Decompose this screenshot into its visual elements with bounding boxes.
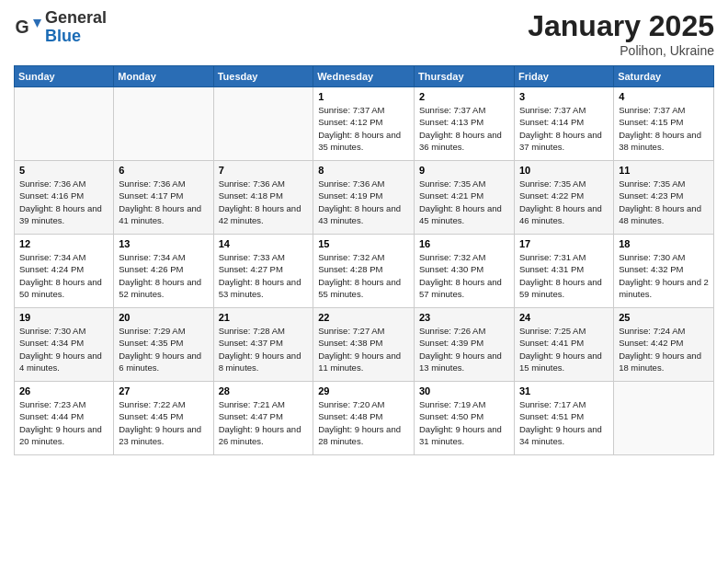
weekday-saturday: Saturday	[614, 66, 714, 87]
day-number: 22	[318, 312, 409, 323]
day-info: Sunrise: 7:35 AM Sunset: 4:22 PM Dayligh…	[519, 178, 609, 226]
calendar-cell: 19Sunrise: 7:30 AM Sunset: 4:34 PM Dayli…	[15, 308, 114, 382]
day-number: 25	[619, 312, 709, 323]
day-number: 1	[318, 91, 409, 102]
day-info: Sunrise: 7:20 AM Sunset: 4:48 PM Dayligh…	[318, 398, 409, 447]
day-number: 11	[619, 165, 709, 176]
calendar-cell: 17Sunrise: 7:31 AM Sunset: 4:31 PM Dayli…	[514, 235, 613, 308]
day-info: Sunrise: 7:21 AM Sunset: 4:47 PM Dayligh…	[219, 398, 309, 447]
day-info: Sunrise: 7:27 AM Sunset: 4:38 PM Dayligh…	[318, 325, 409, 373]
svg-marker-1	[33, 19, 41, 28]
calendar-cell	[213, 87, 313, 161]
weekday-wednesday: Wednesday	[313, 66, 415, 87]
day-info: Sunrise: 7:17 AM Sunset: 4:51 PM Dayligh…	[519, 398, 609, 447]
day-number: 19	[19, 312, 108, 323]
calendar-cell: 30Sunrise: 7:19 AM Sunset: 4:50 PM Dayli…	[415, 382, 515, 455]
day-number: 14	[219, 238, 309, 249]
day-info: Sunrise: 7:35 AM Sunset: 4:21 PM Dayligh…	[419, 178, 509, 226]
day-number: 17	[519, 238, 609, 249]
week-row-1: 1Sunrise: 7:37 AM Sunset: 4:12 PM Daylig…	[15, 87, 714, 161]
calendar-cell	[114, 87, 213, 161]
day-number: 6	[119, 165, 208, 176]
day-number: 4	[619, 91, 709, 102]
week-row-2: 5Sunrise: 7:36 AM Sunset: 4:16 PM Daylig…	[15, 161, 714, 235]
week-row-3: 12Sunrise: 7:34 AM Sunset: 4:24 PM Dayli…	[15, 235, 714, 308]
weekday-header-row: SundayMondayTuesdayWednesdayThursdayFrid…	[15, 66, 714, 87]
calendar-cell: 6Sunrise: 7:36 AM Sunset: 4:17 PM Daylig…	[114, 161, 213, 235]
calendar-cell: 29Sunrise: 7:20 AM Sunset: 4:48 PM Dayli…	[313, 382, 415, 455]
day-number: 27	[119, 385, 208, 396]
calendar-cell: 25Sunrise: 7:24 AM Sunset: 4:42 PM Dayli…	[614, 308, 714, 382]
day-info: Sunrise: 7:30 AM Sunset: 4:32 PM Dayligh…	[619, 251, 709, 300]
weekday-tuesday: Tuesday	[213, 66, 313, 87]
calendar-cell: 11Sunrise: 7:35 AM Sunset: 4:23 PM Dayli…	[614, 161, 714, 235]
location: Polihon, Ukraine	[528, 43, 714, 58]
day-number: 5	[19, 165, 108, 176]
calendar-cell: 21Sunrise: 7:28 AM Sunset: 4:37 PM Dayli…	[213, 308, 313, 382]
day-number: 18	[619, 238, 709, 249]
day-info: Sunrise: 7:37 AM Sunset: 4:12 PM Dayligh…	[318, 104, 409, 153]
calendar-cell: 9Sunrise: 7:35 AM Sunset: 4:21 PM Daylig…	[415, 161, 515, 235]
calendar-cell	[15, 87, 114, 161]
week-row-5: 26Sunrise: 7:23 AM Sunset: 4:44 PM Dayli…	[15, 382, 714, 455]
day-info: Sunrise: 7:26 AM Sunset: 4:39 PM Dayligh…	[419, 325, 509, 373]
day-info: Sunrise: 7:19 AM Sunset: 4:50 PM Dayligh…	[419, 398, 509, 447]
day-number: 21	[219, 312, 309, 323]
day-info: Sunrise: 7:24 AM Sunset: 4:42 PM Dayligh…	[619, 325, 709, 373]
calendar-cell: 12Sunrise: 7:34 AM Sunset: 4:24 PM Dayli…	[15, 235, 114, 308]
day-number: 26	[19, 385, 108, 396]
day-info: Sunrise: 7:35 AM Sunset: 4:23 PM Dayligh…	[619, 178, 709, 226]
calendar: SundayMondayTuesdayWednesdayThursdayFrid…	[14, 65, 714, 455]
calendar-cell: 16Sunrise: 7:32 AM Sunset: 4:30 PM Dayli…	[415, 235, 515, 308]
day-number: 9	[419, 165, 509, 176]
day-number: 23	[419, 312, 509, 323]
calendar-cell: 4Sunrise: 7:37 AM Sunset: 4:15 PM Daylig…	[614, 87, 714, 161]
calendar-cell: 7Sunrise: 7:36 AM Sunset: 4:18 PM Daylig…	[213, 161, 313, 235]
weekday-friday: Friday	[514, 66, 613, 87]
day-info: Sunrise: 7:32 AM Sunset: 4:28 PM Dayligh…	[318, 251, 409, 300]
logo-general-text: General	[45, 9, 107, 28]
day-number: 7	[219, 165, 309, 176]
calendar-cell: 8Sunrise: 7:36 AM Sunset: 4:19 PM Daylig…	[313, 161, 415, 235]
day-info: Sunrise: 7:25 AM Sunset: 4:41 PM Dayligh…	[519, 325, 609, 373]
calendar-cell: 31Sunrise: 7:17 AM Sunset: 4:51 PM Dayli…	[514, 382, 613, 455]
weekday-thursday: Thursday	[415, 66, 515, 87]
day-info: Sunrise: 7:34 AM Sunset: 4:24 PM Dayligh…	[19, 251, 108, 300]
day-number: 16	[419, 238, 509, 249]
day-number: 8	[318, 165, 409, 176]
logo-blue-text: Blue	[45, 28, 107, 46]
calendar-body: 1Sunrise: 7:37 AM Sunset: 4:12 PM Daylig…	[15, 87, 714, 455]
day-info: Sunrise: 7:36 AM Sunset: 4:18 PM Dayligh…	[219, 178, 309, 226]
day-info: Sunrise: 7:36 AM Sunset: 4:17 PM Dayligh…	[119, 178, 208, 226]
day-number: 3	[519, 91, 609, 102]
day-info: Sunrise: 7:37 AM Sunset: 4:14 PM Dayligh…	[519, 104, 609, 153]
day-info: Sunrise: 7:29 AM Sunset: 4:35 PM Dayligh…	[119, 325, 208, 373]
day-info: Sunrise: 7:31 AM Sunset: 4:31 PM Dayligh…	[519, 251, 609, 300]
calendar-cell: 23Sunrise: 7:26 AM Sunset: 4:39 PM Dayli…	[415, 308, 515, 382]
day-number: 12	[19, 238, 108, 249]
day-number: 31	[519, 385, 609, 396]
day-info: Sunrise: 7:36 AM Sunset: 4:19 PM Dayligh…	[318, 178, 409, 226]
day-info: Sunrise: 7:36 AM Sunset: 4:16 PM Dayligh…	[19, 178, 108, 226]
title-block: January 2025 Polihon, Ukraine	[528, 9, 714, 58]
calendar-cell	[614, 382, 714, 455]
calendar-cell: 13Sunrise: 7:34 AM Sunset: 4:26 PM Dayli…	[114, 235, 213, 308]
day-number: 28	[219, 385, 309, 396]
calendar-cell: 3Sunrise: 7:37 AM Sunset: 4:14 PM Daylig…	[514, 87, 613, 161]
calendar-cell: 28Sunrise: 7:21 AM Sunset: 4:47 PM Dayli…	[213, 382, 313, 455]
calendar-cell: 14Sunrise: 7:33 AM Sunset: 4:27 PM Dayli…	[213, 235, 313, 308]
logo: G General Blue	[14, 9, 107, 46]
calendar-cell: 10Sunrise: 7:35 AM Sunset: 4:22 PM Dayli…	[514, 161, 613, 235]
svg-text:G: G	[16, 17, 29, 37]
calendar-header: SundayMondayTuesdayWednesdayThursdayFrid…	[15, 66, 714, 87]
day-info: Sunrise: 7:22 AM Sunset: 4:45 PM Dayligh…	[119, 398, 208, 447]
day-info: Sunrise: 7:37 AM Sunset: 4:13 PM Dayligh…	[419, 104, 509, 153]
day-number: 2	[419, 91, 509, 102]
week-row-4: 19Sunrise: 7:30 AM Sunset: 4:34 PM Dayli…	[15, 308, 714, 382]
day-number: 10	[519, 165, 609, 176]
day-info: Sunrise: 7:30 AM Sunset: 4:34 PM Dayligh…	[19, 325, 108, 373]
day-info: Sunrise: 7:32 AM Sunset: 4:30 PM Dayligh…	[419, 251, 509, 300]
logo-icon: G	[14, 14, 41, 41]
calendar-cell: 1Sunrise: 7:37 AM Sunset: 4:12 PM Daylig…	[313, 87, 415, 161]
calendar-cell: 22Sunrise: 7:27 AM Sunset: 4:38 PM Dayli…	[313, 308, 415, 382]
